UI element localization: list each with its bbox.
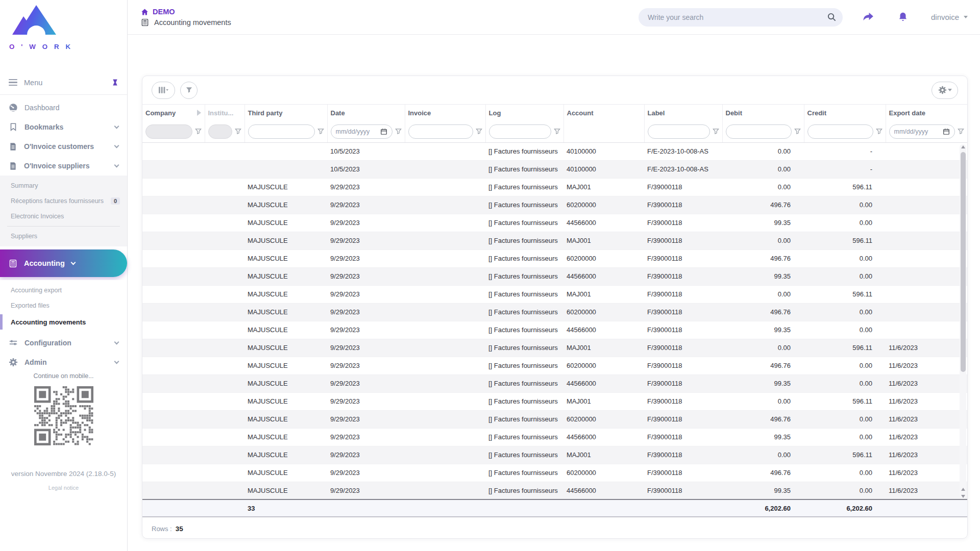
legal-notice-link[interactable]: Legal notice: [0, 485, 127, 491]
filter-button[interactable]: [180, 82, 198, 99]
table-row[interactable]: 10/5/2023[] Factures fournisseurs4010000…: [142, 142, 967, 160]
calendar-icon[interactable]: [380, 128, 387, 135]
funnel-icon[interactable]: [712, 128, 720, 135]
col-header-third-party[interactable]: Third party: [244, 105, 327, 121]
col-header-log[interactable]: Log: [485, 105, 564, 121]
notifications-button[interactable]: [897, 11, 909, 23]
settings-button[interactable]: [932, 82, 958, 99]
hamburger-icon[interactable]: [9, 79, 17, 86]
table-row[interactable]: MAJUSCULE9/29/2023[] Factures fournisseu…: [142, 446, 967, 464]
cell-log: [] Factures fournisseurs: [485, 428, 564, 446]
sidebar-item-electronic-invoices[interactable]: Electronic Invoices: [0, 209, 127, 224]
cell-log: [] Factures fournisseurs: [485, 232, 564, 249]
table-row[interactable]: MAJUSCULE9/29/2023[] Factures fournisseu…: [142, 178, 967, 196]
sidebar-item-oinvoice-suppliers[interactable]: O'Invoice suppliers: [0, 156, 127, 176]
pin-icon[interactable]: [111, 79, 119, 86]
col-header-credit[interactable]: Credit: [804, 105, 886, 121]
cell-debit: 99.35: [722, 374, 804, 392]
scroll-up-icon[interactable]: [961, 488, 965, 491]
sidebar-item-dashboard[interactable]: Dashboard: [0, 98, 127, 117]
col-header-account[interactable]: Account: [564, 105, 644, 121]
funnel-icon[interactable]: [875, 128, 883, 135]
table-row[interactable]: MAJUSCULE9/29/2023[] Factures fournisseu…: [142, 214, 967, 232]
table-row[interactable]: MAJUSCULE9/29/2023[] Factures fournisseu…: [142, 464, 967, 482]
table-row[interactable]: MAJUSCULE9/29/2023[] Factures fournisseu…: [142, 196, 967, 214]
sidebar-item-accounting-movements[interactable]: Accounting movements: [0, 313, 127, 331]
cell-label: F/39000118: [644, 392, 722, 410]
user-menu[interactable]: dinvoice: [931, 13, 968, 21]
scroll-up-icon[interactable]: [961, 145, 965, 148]
funnel-icon[interactable]: [794, 128, 801, 135]
table-row[interactable]: 10/5/2023[] Factures fournisseurs4010000…: [142, 160, 967, 178]
movements-table: Company Institu... Third party Date Invo…: [142, 105, 967, 517]
table-row[interactable]: MAJUSCULE9/29/2023[] Factures fournisseu…: [142, 428, 967, 446]
debit-filter-input[interactable]: [731, 128, 787, 135]
funnel-icon[interactable]: [234, 128, 242, 135]
sidebar-item-oinvoice-customers[interactable]: O'Invoice customers: [0, 137, 127, 156]
funnel-icon[interactable]: [317, 128, 325, 135]
chevron-right-icon[interactable]: [197, 110, 204, 116]
cell-label: F/39000118: [644, 196, 722, 214]
table-row[interactable]: MAJUSCULE9/29/2023[] Factures fournisseu…: [142, 357, 967, 374]
site-home[interactable]: DEMO: [141, 8, 231, 16]
funnel-icon[interactable]: [475, 128, 483, 135]
share-button[interactable]: [862, 11, 875, 23]
columns-icon: [158, 86, 169, 94]
table-row[interactable]: MAJUSCULE9/29/2023[] Factures fournisseu…: [142, 232, 967, 249]
cell-invoice: [405, 178, 485, 196]
page-title: Accounting movements: [141, 18, 231, 27]
cell-date: 9/29/2023: [327, 374, 405, 392]
log-filter-input[interactable]: [494, 128, 546, 135]
cell-credit: 0.00: [804, 410, 886, 428]
cell-credit: 596.11: [804, 339, 886, 357]
cell-invoice: [405, 232, 485, 249]
search-input[interactable]: [648, 13, 827, 21]
table-row[interactable]: MAJUSCULE9/29/2023[] Factures fournisseu…: [142, 267, 967, 285]
col-header-label[interactable]: Label: [644, 105, 722, 121]
funnel-icon[interactable]: [957, 128, 965, 135]
table-row[interactable]: MAJUSCULE9/29/2023[] Factures fournisseu…: [142, 410, 967, 428]
scrollbar-thumb[interactable]: [961, 152, 966, 372]
cell-log: [] Factures fournisseurs: [485, 482, 564, 499]
invoice-filter-input[interactable]: [413, 128, 468, 135]
table-row[interactable]: MAJUSCULE9/29/2023[] Factures fournisseu…: [142, 321, 967, 339]
sidebar-item-summary[interactable]: Summary: [0, 178, 127, 193]
sidebar-item-accounting[interactable]: Accounting: [0, 249, 127, 277]
funnel-icon[interactable]: [395, 128, 402, 135]
cell-credit: 596.11: [804, 232, 886, 249]
sidebar-item-bookmarks[interactable]: Bookmarks: [0, 117, 127, 137]
table-row[interactable]: MAJUSCULE9/29/2023[] Factures fournisseu…: [142, 339, 967, 357]
funnel-icon[interactable]: [194, 128, 202, 135]
table-row[interactable]: MAJUSCULE9/29/2023[] Factures fournisseu…: [142, 303, 967, 321]
col-header-debit[interactable]: Debit: [722, 105, 804, 121]
col-header-export-date[interactable]: Export date: [886, 105, 967, 121]
columns-button[interactable]: [152, 82, 175, 99]
sidebar-item-configuration[interactable]: Configuration: [0, 333, 127, 353]
calendar-icon[interactable]: [943, 128, 950, 135]
table-row[interactable]: MAJUSCULE9/29/2023[] Factures fournisseu…: [142, 249, 967, 267]
funnel-icon[interactable]: [553, 128, 561, 135]
col-header-date[interactable]: Date: [327, 105, 405, 121]
sidebar-item-receptions[interactable]: Réceptions factures fournisseurs 0: [0, 193, 127, 209]
search-icon[interactable]: [827, 12, 837, 22]
sidebar-item-admin[interactable]: Admin: [0, 353, 127, 372]
third-party-filter-input[interactable]: [253, 128, 310, 135]
col-header-institution[interactable]: Institu...: [205, 105, 244, 121]
table-scrollbar[interactable]: [960, 144, 966, 499]
sidebar-item-exported-files[interactable]: Exported files: [0, 298, 127, 313]
credit-filter-input[interactable]: [813, 128, 868, 135]
cell-account: MAJ001: [564, 178, 644, 196]
table-row[interactable]: MAJUSCULE9/29/2023[] Factures fournisseu…: [142, 482, 967, 499]
col-header-company[interactable]: Company: [142, 105, 205, 121]
sidebar-item-accounting-export[interactable]: Accounting export: [0, 283, 127, 298]
table-row[interactable]: MAJUSCULE9/29/2023[] Factures fournisseu…: [142, 285, 967, 303]
table-row[interactable]: MAJUSCULE9/29/2023[] Factures fournisseu…: [142, 374, 967, 392]
col-header-invoice[interactable]: Invoice: [405, 105, 485, 121]
sidebar-item-suppliers[interactable]: Suppliers: [0, 229, 127, 244]
scroll-down-icon[interactable]: [961, 495, 965, 498]
export-date-filter-input[interactable]: [894, 128, 941, 135]
cell-export-date: [886, 178, 967, 196]
date-filter-input[interactable]: [336, 128, 378, 135]
table-row[interactable]: MAJUSCULE9/29/2023[] Factures fournisseu…: [142, 392, 967, 410]
label-filter-input[interactable]: [653, 128, 705, 135]
